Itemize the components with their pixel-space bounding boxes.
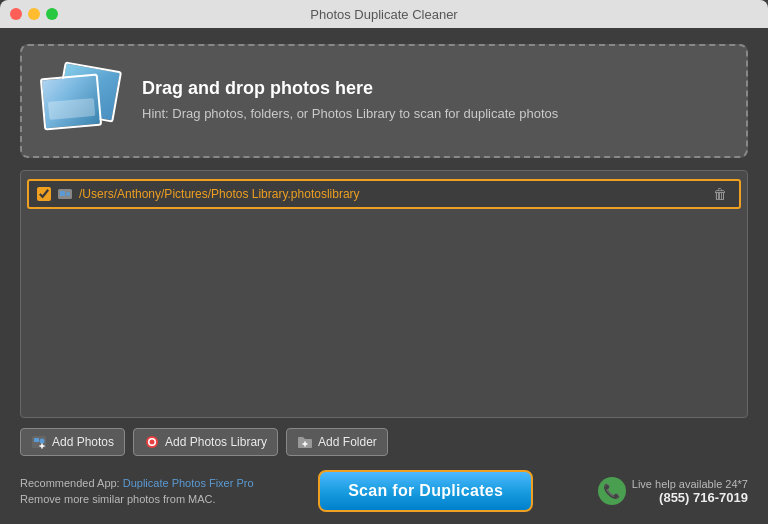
window-controls[interactable] <box>10 8 58 20</box>
file-type-icon <box>57 186 73 202</box>
file-checkbox[interactable] <box>37 187 51 201</box>
help-info: Live help available 24*7 (855) 716-7019 <box>632 478 748 505</box>
window-title: Photos Duplicate Cleaner <box>310 7 457 22</box>
file-item: /Users/Anthony/Pictures/Photos Library.p… <box>27 179 741 209</box>
svg-point-2 <box>66 192 70 196</box>
help-label: Live help available 24*7 <box>632 478 748 490</box>
file-path: /Users/Anthony/Pictures/Photos Library.p… <box>79 187 731 201</box>
drop-zone-text: Drag and drop photos here Hint: Drag pho… <box>142 78 558 123</box>
add-library-icon <box>144 434 160 450</box>
add-folder-icon <box>297 434 313 450</box>
main-content: Drag and drop photos here Hint: Drag pho… <box>0 28 768 524</box>
footer-left: Recommended App: Duplicate Photos Fixer … <box>20 475 254 508</box>
drop-zone[interactable]: Drag and drop photos here Hint: Drag pho… <box>20 44 748 158</box>
file-delete-button[interactable]: 🗑 <box>709 186 731 202</box>
photo-card-front <box>40 74 102 131</box>
svg-rect-4 <box>34 438 39 442</box>
add-photos-label: Add Photos <box>52 435 114 449</box>
recommended-label: Recommended App: <box>20 477 120 489</box>
add-folder-button[interactable]: Add Folder <box>286 428 388 456</box>
svg-point-10 <box>150 440 155 445</box>
app-link[interactable]: Duplicate Photos Fixer Pro <box>123 477 254 489</box>
bottom-toolbar: Add Photos Add Photos Library Add Folder <box>20 428 748 456</box>
drop-zone-icon <box>42 66 122 136</box>
add-library-label: Add Photos Library <box>165 435 267 449</box>
svg-rect-1 <box>60 191 65 196</box>
footer-right: 📞 Live help available 24*7 (855) 716-701… <box>598 477 748 505</box>
svg-point-5 <box>40 439 45 444</box>
drop-zone-heading: Drag and drop photos here <box>142 78 558 99</box>
file-list-area[interactable]: /Users/Anthony/Pictures/Photos Library.p… <box>20 170 748 418</box>
scan-duplicates-button[interactable]: Scan for Duplicates <box>318 470 533 512</box>
phone-icon: 📞 <box>598 477 626 505</box>
add-folder-label: Add Folder <box>318 435 377 449</box>
minimize-button[interactable] <box>28 8 40 20</box>
drop-zone-hint: Hint: Drag photos, folders, or Photos Li… <box>142 105 558 123</box>
title-bar: Photos Duplicate Cleaner <box>0 0 768 28</box>
remove-label: Remove more similar photos from MAC. <box>20 493 216 505</box>
add-photos-icon <box>31 434 47 450</box>
add-photos-button[interactable]: Add Photos <box>20 428 125 456</box>
add-library-button[interactable]: Add Photos Library <box>133 428 278 456</box>
phone-number: (855) 716-7019 <box>632 490 748 505</box>
footer: Recommended App: Duplicate Photos Fixer … <box>20 466 748 512</box>
maximize-button[interactable] <box>46 8 58 20</box>
close-button[interactable] <box>10 8 22 20</box>
